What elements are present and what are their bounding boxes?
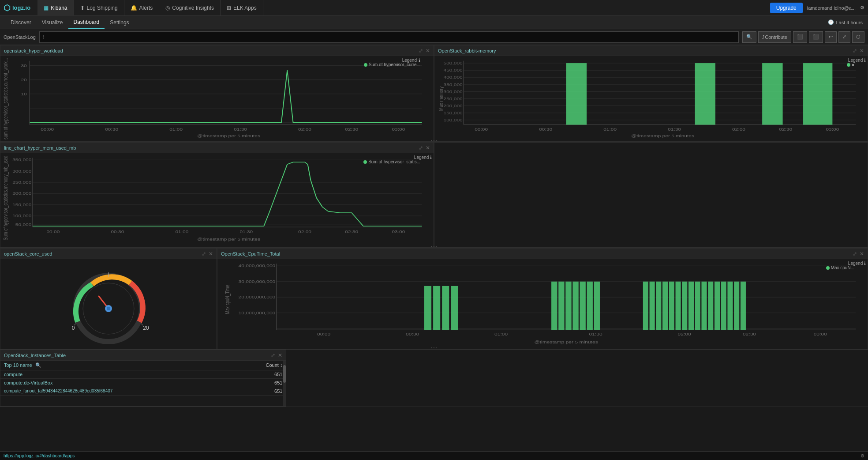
expand-icon-3[interactable]: ⤢: [419, 145, 423, 151]
settings-icon[interactable]: ⚙: [860, 5, 864, 11]
action-btn-5[interactable]: ⬡: [852, 31, 864, 43]
upgrade-button[interactable]: Upgrade: [770, 3, 803, 13]
sort-icon[interactable]: ↕: [280, 362, 283, 368]
panel-title-2: OpenStack_rabbit-memory: [438, 48, 496, 53]
svg-rect-119: [650, 282, 655, 330]
table-row-1[interactable]: compute 651: [0, 370, 286, 379]
close-icon-2[interactable]: ✕: [860, 48, 864, 54]
second-navigation: Discover Visualize Dashboard Settings 🕐 …: [0, 16, 868, 29]
panel-title-4: openStack_core_used: [4, 251, 52, 256]
svg-text:02:30: 02:30: [779, 127, 792, 132]
logo-icon: ⬡: [4, 3, 11, 13]
svg-text:200,000: 200,000: [12, 191, 31, 196]
svg-rect-117: [594, 282, 600, 330]
svg-rect-110: [451, 286, 458, 330]
expand-icon-4[interactable]: ⤢: [202, 251, 206, 257]
nav-visualize[interactable]: Visualize: [37, 16, 68, 29]
scrollbar-track: [283, 361, 286, 406]
svg-rect-108: [433, 286, 440, 330]
svg-rect-51: [803, 63, 832, 124]
action-btn-4[interactable]: ⤢: [838, 31, 850, 43]
filter-icon[interactable]: 🔍: [35, 362, 41, 368]
status-url: https://app.logz.io/#/dashboard/apps: [4, 453, 75, 458]
svg-rect-113: [565, 282, 571, 330]
table-row-3[interactable]: compute_fanout_faf59434422844628c489ed03…: [0, 387, 286, 396]
svg-rect-123: [676, 282, 681, 330]
svg-text:02:30: 02:30: [345, 127, 358, 132]
legend-text-5: Max cpuN...: [831, 265, 854, 270]
nav-item-kibana[interactable]: ▦ Kibana: [37, 0, 74, 16]
close-icon-3[interactable]: ✕: [426, 145, 430, 151]
svg-text:03:00: 03:00: [392, 127, 405, 132]
panel-header-4: openStack_core_used ⤢ ✕: [0, 249, 217, 259]
scrollbar-thumb[interactable]: [283, 365, 286, 383]
panel-rabbit-memory: OpenStack_rabbit-memory ⤢ ✕ Legend ℹ ●: [434, 45, 868, 142]
svg-text:@timestamp per 5 minutes: @timestamp per 5 minutes: [535, 339, 598, 344]
action-btn-1[interactable]: ⬛: [793, 31, 807, 43]
logo[interactable]: ⬡ logz.io: [4, 3, 30, 13]
svg-text:@timestamp per 5 minutes: @timestamp per 5 minutes: [631, 134, 694, 139]
legend-text-2: ●: [852, 62, 854, 67]
row-3-name: compute_fanout_faf59434422844628c489ed03…: [4, 388, 247, 394]
svg-text:350,000: 350,000: [444, 82, 463, 87]
table-row-2[interactable]: compute.dc-VirtualBox 651: [0, 379, 286, 387]
action-btn-3[interactable]: ↩: [825, 31, 837, 43]
svg-text:00:30: 00:30: [111, 229, 124, 234]
svg-text:01:00: 01:00: [169, 127, 183, 132]
svg-text:00:30: 00:30: [105, 127, 118, 132]
resize-row-1[interactable]: • • •: [0, 138, 868, 142]
svg-text:500,000: 500,000: [444, 60, 463, 65]
nav-item-logshipping[interactable]: ⬆ Log Shipping: [74, 0, 124, 16]
settings-corner-icon[interactable]: ⚙: [861, 453, 864, 458]
status-bar: https://app.logz.io/#/dashboard/apps ⚙: [0, 451, 868, 460]
close-icon-5[interactable]: ✕: [860, 251, 864, 257]
expand-icon-2[interactable]: ⤢: [853, 48, 857, 54]
svg-text:100,000: 100,000: [12, 213, 31, 218]
search-input[interactable]: [39, 31, 739, 43]
svg-text:02:00: 02:00: [732, 127, 745, 132]
col-count-header: Count ↕: [247, 362, 282, 368]
panel-actions-1: ⤢ ✕: [419, 48, 430, 54]
svg-text:01:30: 01:30: [239, 229, 253, 234]
logshipping-icon: ⬆: [80, 5, 85, 11]
expand-icon-1[interactable]: ⤢: [419, 48, 423, 54]
panel-instances-table: OpenStack_Instances_Table ⤢ ✕ Top 10 nam…: [0, 350, 286, 407]
dashboard-row-3: openStack_core_used ⤢ ✕: [0, 248, 868, 350]
svg-text:00:00: 00:00: [317, 332, 330, 336]
svg-text:02:00: 02:00: [298, 229, 311, 234]
close-icon-4[interactable]: ✕: [209, 251, 213, 257]
action-btn-2[interactable]: ⬛: [809, 31, 823, 43]
resize-row-3[interactable]: • • •: [0, 346, 868, 349]
panel-hyper-workload: openstack_hyper_workload ⤢ ✕ Legend ℹ Su…: [0, 45, 434, 142]
chart-5: 40,000,000,000 30,000,000,000 20,000,000…: [217, 259, 868, 349]
panel-body-4: 0 20: [0, 259, 217, 349]
svg-text:20: 20: [143, 325, 149, 331]
resize-row-2[interactable]: • • •: [0, 244, 868, 248]
kibana-label: Kibana: [51, 5, 67, 11]
svg-text:02:30: 02:30: [743, 332, 756, 336]
nav-item-cognitive[interactable]: ◎ Cognitive Insights: [159, 0, 221, 16]
svg-rect-122: [669, 282, 674, 330]
close-icon-6[interactable]: ✕: [278, 352, 282, 358]
cognitive-label: Cognitive Insights: [172, 5, 214, 11]
nav-discover[interactable]: Discover: [5, 16, 37, 29]
search-label: OpenStackLog: [4, 34, 36, 40]
svg-text:00:30: 00:30: [406, 332, 419, 336]
row-1-name: compute: [4, 372, 247, 377]
expand-icon-5[interactable]: ⤢: [853, 251, 857, 257]
contribute-button[interactable]: ⤴ Contribute: [758, 31, 791, 43]
legend-text-1: Sum of hypervisor_curre...: [369, 62, 420, 67]
expand-icon-6[interactable]: ⤢: [271, 352, 275, 358]
close-icon-1[interactable]: ✕: [426, 48, 430, 54]
search-button[interactable]: 🔍: [742, 31, 756, 43]
nav-dashboard[interactable]: Dashboard: [68, 16, 105, 29]
svg-text:Max cpuN_Time: Max cpuN_Time: [224, 285, 231, 314]
svg-text:sum of hypervisor_statistics.c: sum of hypervisor_statistics.current_wor…: [3, 58, 8, 140]
nav-item-elkapps[interactable]: ⊞ ELK Apps: [221, 0, 263, 16]
svg-rect-120: [656, 282, 661, 330]
chart-1: 30 20 10 00:00 00:30 01:00 01:30 02:00 0…: [0, 56, 434, 141]
nav-item-alerts[interactable]: 🔔 Alerts: [124, 0, 160, 16]
svg-rect-121: [662, 282, 668, 330]
nav-settings[interactable]: Settings: [105, 16, 134, 29]
svg-text:@timestamp per 5 minutes: @timestamp per 5 minutes: [197, 134, 260, 139]
